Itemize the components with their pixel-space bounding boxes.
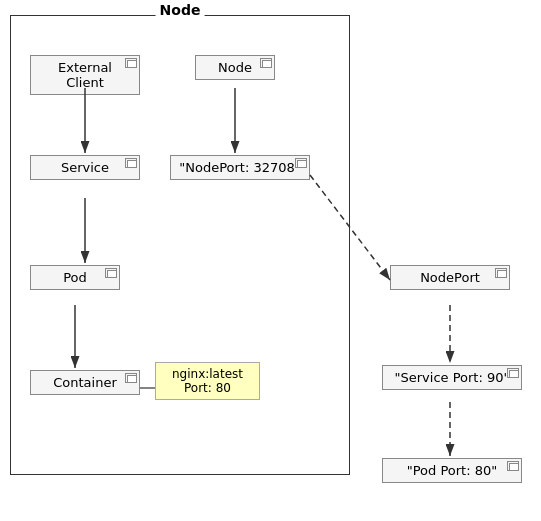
nodeport-icon — [495, 268, 507, 278]
diagram: Node External Client Node Service "NodeP… — [0, 0, 541, 521]
service-port-icon — [507, 368, 519, 378]
node-inner-box: Node — [195, 55, 275, 80]
pod-port-icon — [507, 461, 519, 471]
nodeport-label-text: "NodePort: 32708" — [179, 160, 301, 175]
service-icon — [125, 158, 137, 168]
pod-label: Pod — [63, 270, 87, 285]
nginx-line1: nginx:latest — [164, 367, 251, 381]
pod-icon — [105, 268, 117, 278]
external-client-box: External Client — [30, 55, 140, 95]
container-label: Container — [53, 375, 117, 390]
external-client-icon — [125, 58, 137, 68]
pod-port-label: "Pod Port: 80" — [407, 463, 498, 478]
service-box: Service — [30, 155, 140, 180]
nodeport-label-box: "NodePort: 32708" — [170, 155, 310, 180]
pod-box: Pod — [30, 265, 120, 290]
service-port-label: "Service Port: 90" — [395, 370, 510, 385]
nodeport-box: NodePort — [390, 265, 510, 290]
nginx-line2: Port: 80 — [164, 381, 251, 395]
node-title: Node — [156, 2, 205, 18]
pod-port-box: "Pod Port: 80" — [382, 458, 522, 483]
node-inner-icon — [260, 58, 272, 68]
external-client-label: External Client — [58, 60, 112, 90]
service-port-box: "Service Port: 90" — [382, 365, 522, 390]
nodeport-text: NodePort — [420, 270, 480, 285]
nodeport-label-icon — [295, 158, 307, 168]
nginx-note: nginx:latest Port: 80 — [155, 362, 260, 400]
node-inner-label: Node — [218, 60, 252, 75]
container-icon — [125, 373, 137, 383]
container-box: Container — [30, 370, 140, 395]
service-label: Service — [61, 160, 109, 175]
